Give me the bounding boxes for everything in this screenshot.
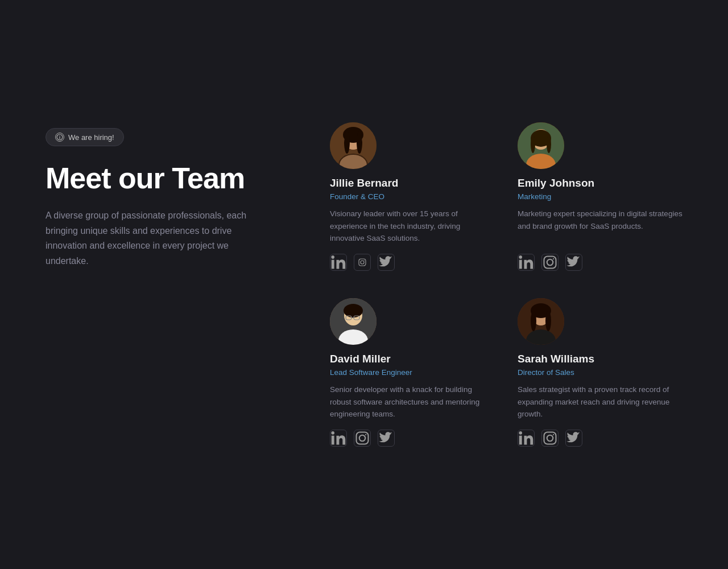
svg-point-23 — [519, 255, 522, 259]
svg-point-35 — [331, 431, 334, 435]
svg-point-9 — [344, 131, 350, 154]
svg-point-44 — [545, 311, 551, 331]
svg-rect-13 — [359, 259, 366, 266]
avatar-jillie — [330, 122, 377, 169]
team-card-jillie: Jillie Bernard Founder & CEO Visionary l… — [330, 122, 495, 271]
twitter-icon-sarah[interactable] — [565, 430, 582, 447]
hiring-badge: We are hiring! — [46, 128, 124, 146]
main-content: We are hiring! Meet our Team A diverse g… — [46, 122, 682, 447]
svg-rect-24 — [544, 257, 556, 269]
svg-rect-47 — [544, 432, 556, 444]
member-name-emily: Emily Johnson — [518, 177, 682, 189]
team-card-emily: Emily Johnson Marketing Marketing expert… — [518, 122, 682, 271]
member-bio-sarah: Sales strategist with a proven track rec… — [518, 384, 682, 420]
instagram-icon-emily[interactable] — [541, 254, 559, 271]
member-name-david: David Miller — [330, 353, 495, 365]
avatar-sarah — [518, 298, 564, 345]
svg-rect-45 — [519, 435, 522, 444]
left-panel: We are hiring! Meet our Team A diverse g… — [46, 122, 284, 269]
svg-point-43 — [531, 311, 536, 331]
svg-point-12 — [331, 255, 334, 259]
linkedin-icon-david[interactable] — [330, 430, 347, 447]
info-icon — [55, 133, 64, 142]
svg-point-10 — [357, 131, 362, 154]
social-links-david — [330, 430, 495, 447]
svg-point-26 — [553, 258, 554, 259]
svg-point-37 — [359, 435, 366, 442]
member-role-david: Lead Software Engineer — [330, 368, 495, 377]
page-wrapper: We are hiring! Meet our Team A diverse g… — [0, 0, 728, 569]
svg-point-49 — [553, 434, 554, 435]
svg-point-48 — [547, 435, 553, 442]
section-title: Meet our Team — [46, 162, 284, 195]
team-card-sarah: Sarah Williams Director of Sales Sales s… — [518, 298, 682, 447]
svg-rect-36 — [357, 432, 369, 444]
team-card-david: David Miller Lead Software Engineer Seni… — [330, 298, 495, 447]
social-links-emily — [518, 254, 682, 271]
svg-point-15 — [364, 260, 365, 261]
svg-point-46 — [519, 431, 522, 435]
member-role-sarah: Director of Sales — [518, 368, 682, 377]
instagram-icon-david[interactable] — [354, 430, 371, 447]
social-links-jillie — [330, 254, 495, 271]
avatar-emily — [518, 122, 564, 169]
instagram-icon-jillie[interactable] — [354, 254, 371, 271]
linkedin-icon-sarah[interactable] — [518, 430, 535, 447]
svg-point-38 — [365, 434, 366, 435]
team-grid: Jillie Bernard Founder & CEO Visionary l… — [330, 122, 682, 447]
svg-point-14 — [361, 261, 364, 264]
member-name-sarah: Sarah Williams — [518, 353, 682, 365]
svg-rect-11 — [332, 260, 334, 269]
avatar-david — [330, 298, 377, 345]
svg-rect-22 — [519, 260, 522, 269]
svg-point-25 — [547, 259, 553, 266]
member-role-emily: Marketing — [518, 192, 682, 201]
svg-point-21 — [547, 135, 551, 153]
twitter-icon-jillie[interactable] — [378, 254, 395, 271]
member-bio-jillie: Visionary leader with over 15 years of e… — [330, 208, 495, 245]
svg-point-20 — [531, 135, 535, 153]
member-role-jillie: Founder & CEO — [330, 192, 495, 201]
svg-rect-34 — [332, 435, 334, 444]
member-name-jillie: Jillie Bernard — [330, 177, 495, 189]
twitter-icon-emily[interactable] — [565, 254, 582, 271]
member-bio-david: Senior developer with a knack for buildi… — [330, 384, 495, 420]
linkedin-icon-jillie[interactable] — [330, 254, 347, 271]
member-bio-emily: Marketing expert specializing in digital… — [518, 208, 682, 245]
svg-point-2 — [59, 135, 60, 136]
social-links-sarah — [518, 430, 682, 447]
instagram-icon-sarah[interactable] — [541, 430, 559, 447]
linkedin-icon-emily[interactable] — [518, 254, 535, 271]
twitter-icon-david[interactable] — [378, 430, 395, 447]
hiring-badge-text: We are hiring! — [68, 133, 114, 142]
section-description: A diverse group of passionate profession… — [46, 208, 262, 269]
svg-point-30 — [344, 304, 363, 318]
